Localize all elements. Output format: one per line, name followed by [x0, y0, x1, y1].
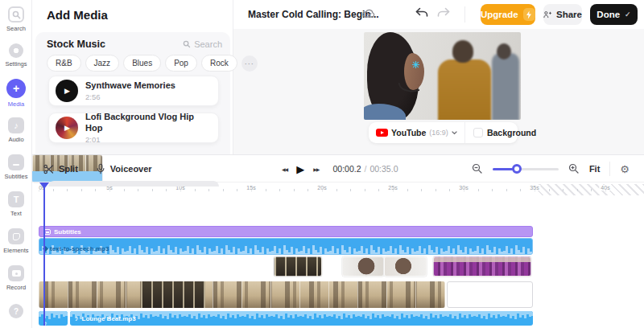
topbar: Master Cold Calling: Begin... Upgrade Sh…: [233, 0, 644, 29]
stock-search-button[interactable]: Search: [183, 39, 222, 49]
genre-chip-blues[interactable]: Blues: [123, 55, 161, 72]
redo-icon: [436, 7, 451, 18]
settings-icon: [9, 43, 23, 58]
preview-area: Master Cold Calling: Begin... Upgrade Sh…: [233, 0, 644, 154]
help-button[interactable]: ?: [0, 304, 32, 318]
time-display: 00:00.2 / 00:35.0: [332, 164, 398, 174]
sidebar-item-search[interactable]: Search: [0, 6, 32, 32]
background-person: [438, 59, 491, 120]
subtitles-track[interactable]: Subtitles: [39, 226, 533, 237]
overlay-clip-2[interactable]: [274, 256, 322, 277]
track-duration: 2:01: [85, 135, 212, 144]
stock-music-section: Stock Music Search R&B Jazz Blues Pop Ro…: [35, 32, 230, 154]
canvas-controls: YouTube (16:9) Background: [369, 122, 518, 143]
timeline-settings-button[interactable]: ⚙: [620, 164, 630, 174]
more-genres-button[interactable]: ···: [242, 55, 258, 72]
sidebar-item-text[interactable]: T Text: [0, 191, 32, 217]
search-icon: [183, 40, 191, 48]
panel-title: Add Media: [47, 8, 108, 22]
timeline-toolbar: Split Voiceover ◀◀ ▶ ▶▶ 00:00.2 / 00:35.…: [32, 155, 644, 182]
genre-chip-pop[interactable]: Pop: [165, 55, 197, 72]
music-note-icon: ♪: [75, 314, 79, 322]
sidebar-item-settings[interactable]: Settings: [0, 43, 32, 68]
waveform: [70, 311, 533, 326]
text-icon: T: [8, 191, 24, 207]
add-media-icon: +: [6, 79, 26, 98]
share-button[interactable]: Share: [543, 4, 582, 25]
main-video-clip[interactable]: [39, 281, 445, 308]
music-card-partial: [48, 181, 219, 187]
sidebar-item-media[interactable]: + Media: [0, 79, 32, 108]
play-button[interactable]: ▶: [296, 163, 304, 175]
video-preview[interactable]: [364, 32, 521, 120]
genre-chips: R&B Jazz Blues Pop Rock ···: [47, 55, 258, 72]
tts-audio-track[interactable]: text-to-speech.mp3: [39, 238, 533, 255]
video-editor-app: Search Settings + Media ♪ Audio Subtitle…: [0, 0, 644, 328]
toolbar-divider: [609, 162, 610, 176]
background-swatch-icon: [473, 128, 483, 137]
genre-chip-rock[interactable]: Rock: [201, 55, 237, 72]
transport-controls: ◀◀ ▶ ▶▶ 00:00.2 / 00:35.0: [282, 155, 398, 182]
music-clip-lounge-beat[interactable]: ♪ Lounge Beat.mp3: [70, 311, 533, 326]
current-time: 00:00.2: [332, 164, 361, 174]
sidebar-item-subtitles[interactable]: Subtitles: [0, 154, 32, 180]
waveform: [39, 239, 532, 254]
search-icon: [8, 6, 24, 23]
background-person: [492, 53, 519, 120]
fast-forward-button[interactable]: ▶▶: [313, 166, 319, 172]
overlay-clip-3[interactable]: [342, 256, 384, 277]
check-icon: ✓: [625, 10, 631, 18]
zoom-out-button[interactable]: [472, 163, 483, 174]
done-button[interactable]: Done ✓: [590, 4, 638, 25]
rewind-button[interactable]: ◀◀: [282, 166, 287, 172]
voiceover-button[interactable]: Voiceover: [96, 163, 152, 174]
sidebar-item-record[interactable]: Record: [0, 265, 32, 291]
record-icon: [8, 265, 24, 281]
project-title[interactable]: Master Cold Calling: Begin...: [248, 9, 379, 20]
track-title: Lofi Background Vlog Hip Hop: [85, 112, 212, 134]
music-card-synthwave[interactable]: ▶ Synthwave Memories 2:56: [48, 76, 219, 106]
audio-icon: ♪: [8, 117, 24, 133]
stock-music-title: Stock Music: [47, 39, 105, 50]
play-button[interactable]: ▶: [56, 117, 78, 139]
total-time: 00:35.0: [369, 164, 398, 174]
chevron-down-icon: [452, 131, 457, 135]
youtube-icon: [376, 129, 388, 137]
split-button[interactable]: Split: [43, 164, 78, 174]
genre-chip-rnb[interactable]: R&B: [47, 55, 81, 72]
aspect-ratio-dropdown[interactable]: YouTube (16:9): [369, 122, 465, 143]
track-duration: 2:56: [85, 92, 175, 101]
background-button[interactable]: Background: [465, 122, 544, 143]
music-card-lofi[interactable]: ▶ Lofi Background Vlog Hip Hop 2:01: [48, 113, 219, 143]
zoom-in-button[interactable]: [568, 163, 580, 174]
sidebar-item-elements[interactable]: Elements: [0, 228, 32, 254]
upgrade-button[interactable]: Upgrade: [481, 4, 535, 25]
subtitles-icon: [8, 154, 24, 170]
undo-icon: [415, 7, 429, 18]
play-button[interactable]: ▶: [56, 80, 78, 102]
icon-rail: Search Settings + Media ♪ Audio Subtitle…: [0, 0, 32, 328]
genre-chip-jazz[interactable]: Jazz: [85, 55, 120, 72]
undo-button[interactable]: [415, 7, 429, 18]
filmstrip-dark-scene: [141, 281, 205, 308]
overlay-clip-4[interactable]: [384, 256, 427, 277]
playhead-line: [43, 187, 45, 326]
overlay-clip-5[interactable]: [433, 256, 531, 277]
lightning-icon: [523, 8, 535, 21]
track-title: Synthwave Memories: [85, 80, 175, 92]
empty-clip[interactable]: [447, 281, 533, 308]
zoom-slider[interactable]: [493, 168, 559, 170]
elements-icon: [8, 228, 24, 244]
zoom-slider-handle[interactable]: [512, 164, 522, 174]
sparkle-watermark: [412, 61, 419, 68]
scissors-icon: [43, 164, 54, 174]
playhead[interactable]: [39, 182, 49, 327]
microphone-icon: [96, 163, 105, 174]
sidebar-item-audio[interactable]: ♪ Audio: [0, 117, 32, 143]
fit-button[interactable]: Fit: [589, 164, 600, 174]
add-media-panel: Add Media Stock Music Search R&B Jazz Bl…: [32, 0, 233, 154]
cloud-sync-icon: [362, 8, 376, 18]
help-icon: ?: [9, 304, 23, 318]
redo-button[interactable]: [436, 7, 451, 18]
topbar-divider: [464, 6, 465, 23]
